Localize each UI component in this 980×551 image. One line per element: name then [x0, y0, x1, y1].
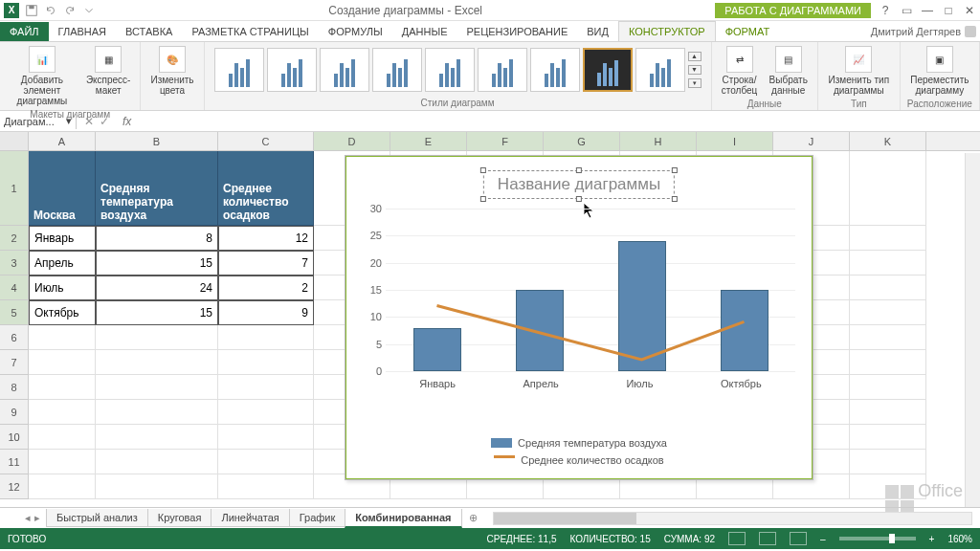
row-header[interactable]: 1	[0, 151, 29, 226]
chart-style-7[interactable]	[530, 48, 580, 92]
table-header[interactable]: Средняя температура воздуха	[96, 151, 218, 226]
col-header[interactable]: F	[467, 132, 544, 150]
row-header[interactable]: 3	[0, 251, 29, 276]
col-header[interactable]: I	[697, 132, 773, 150]
zoom-slider[interactable]	[839, 537, 916, 540]
legend-swatch-bar	[491, 438, 512, 448]
user-account[interactable]: Дмитрий Дегтярев	[863, 22, 980, 41]
status-bar: ГОТОВО СРЕДНЕЕ: 11,5 КОЛИЧЕСТВО: 15 СУММ…	[0, 528, 980, 549]
col-header[interactable]: C	[218, 132, 314, 150]
undo-icon[interactable]	[44, 4, 57, 17]
sheet-tab[interactable]: Комбинированная	[345, 509, 461, 528]
zoom-level[interactable]: 160%	[947, 534, 972, 544]
tab-insert[interactable]: ВСТАВКА	[116, 22, 182, 41]
name-box[interactable]: Диаграм...▾	[0, 113, 77, 129]
accept-formula-icon[interactable]: ✓	[100, 115, 109, 128]
sheet-nav-prev-icon[interactable]: ◂	[25, 512, 31, 524]
fx-icon[interactable]: fx	[117, 115, 137, 128]
title-bar: X Создание диаграммы - Excel РАБОТА С ДИ…	[0, 0, 980, 21]
help-icon[interactable]: ?	[879, 4, 892, 17]
view-page-break-icon[interactable]	[790, 532, 807, 545]
status-average: СРЕДНЕЕ: 11,5	[487, 534, 557, 544]
maximize-icon[interactable]: □	[942, 4, 955, 17]
sheet-tab[interactable]: Круговая	[147, 509, 212, 527]
change-chart-type-button[interactable]: 📈Изменить тип диаграммы	[824, 44, 894, 98]
svg-rect-1	[29, 5, 33, 9]
gallery-scroll[interactable]: ▲▼▾	[688, 48, 702, 92]
chart-title[interactable]: Название диаграммы	[483, 170, 675, 199]
chart-legend[interactable]: Средняя температура воздуха Среднее коли…	[345, 437, 813, 466]
col-header[interactable]: E	[390, 132, 467, 150]
row-header[interactable]: 4	[0, 276, 29, 300]
tab-formulas[interactable]: ФОРМУЛЫ	[319, 22, 392, 41]
formula-input[interactable]	[137, 120, 980, 123]
tab-file[interactable]: ФАЙЛ	[0, 22, 49, 41]
window-title: Создание диаграммы - Excel	[96, 4, 715, 17]
tab-page-layout[interactable]: РАЗМЕТКА СТРАНИЦЫ	[182, 22, 318, 41]
tab-review[interactable]: РЕЦЕНЗИРОВАНИЕ	[457, 22, 577, 41]
add-sheet-button[interactable]: ⊕	[461, 509, 485, 527]
select-data-button[interactable]: ▤Выбрать данные	[766, 44, 812, 98]
embedded-chart[interactable]: Название диаграммы 051015202530 ЯнварьАп…	[345, 155, 813, 480]
ribbon-options-icon[interactable]: ▭	[900, 4, 913, 17]
col-header[interactable]: B	[96, 132, 218, 150]
sheet-tab[interactable]: График	[289, 509, 346, 527]
chart-style-gallery: ▲▼▾	[211, 44, 705, 96]
office-watermark: Office	[885, 481, 963, 501]
save-icon[interactable]	[25, 4, 38, 17]
chart-style-1[interactable]	[214, 48, 264, 92]
view-normal-icon[interactable]	[728, 532, 746, 545]
view-page-layout-icon[interactable]	[759, 532, 776, 545]
horizontal-scrollbar[interactable]	[493, 512, 972, 525]
add-chart-element-button[interactable]: 📊Добавить элемент диаграммы	[6, 44, 78, 108]
table-header[interactable]: Москва	[29, 151, 96, 226]
group-location: Расположение	[906, 98, 973, 109]
sheet-nav-next-icon[interactable]: ▸	[34, 512, 40, 524]
chart-style-5[interactable]	[425, 48, 475, 92]
col-header[interactable]: A	[29, 132, 96, 150]
col-header[interactable]: J	[773, 132, 850, 150]
col-header[interactable]: G	[544, 132, 620, 150]
chart-style-2[interactable]	[267, 48, 317, 92]
chart-style-6[interactable]	[478, 48, 527, 92]
table-header[interactable]: Среднее количество осадков	[218, 151, 314, 226]
select-all-corner[interactable]	[0, 132, 29, 150]
row-header[interactable]: 5	[0, 300, 29, 325]
sheet-tab[interactable]: Линейчатая	[211, 509, 289, 527]
tab-data[interactable]: ДАННЫЕ	[392, 22, 457, 41]
minimize-icon[interactable]: —	[921, 4, 934, 17]
cancel-formula-icon[interactable]: ✕	[84, 115, 94, 128]
worksheet-grid[interactable]: A B C D E F G H I J K 1 Москва Средняя т…	[0, 132, 980, 507]
col-header[interactable]: D	[314, 132, 390, 150]
sheet-tab-bar: ◂▸ Быстрый анализ Круговая Линейчатая Гр…	[0, 507, 980, 528]
sheet-tab[interactable]: Быстрый анализ	[46, 509, 148, 527]
switch-row-column-button[interactable]: ⇄Строка/столбец	[718, 44, 762, 98]
chart-style-8[interactable]	[583, 48, 633, 92]
formula-bar: Диаграм...▾ ✕ ✓ fx	[0, 111, 980, 132]
quick-access-toolbar	[25, 4, 96, 17]
chart-plot-area[interactable]: 051015202530	[386, 209, 795, 371]
qat-more-icon[interactable]	[82, 4, 96, 17]
legend-swatch-line	[494, 455, 515, 465]
chart-style-4[interactable]	[372, 48, 422, 92]
tab-format[interactable]: ФОРМАТ	[716, 22, 780, 41]
x-axis-labels: ЯнварьАпрельИюльОктябрь	[386, 378, 795, 389]
move-chart-button[interactable]: ▣Переместить диаграмму	[906, 44, 973, 98]
col-header[interactable]: H	[620, 132, 697, 150]
change-colors-button[interactable]: 🎨Изменить цвета	[146, 44, 197, 98]
tab-view[interactable]: ВИД	[577, 22, 618, 41]
tab-design[interactable]: КОНСТРУКТОР	[618, 21, 716, 41]
zoom-out-icon[interactable]: –	[820, 534, 826, 544]
line-series[interactable]	[386, 209, 795, 370]
status-sum: СУММА: 92	[664, 534, 715, 544]
quick-layout-button[interactable]: ▦Экспресс-макет	[82, 44, 135, 98]
vertical-scrollbar[interactable]	[965, 153, 980, 507]
row-header[interactable]: 2	[0, 226, 29, 251]
close-icon[interactable]: ✕	[963, 4, 976, 17]
zoom-in-icon[interactable]: +	[929, 534, 935, 544]
col-header[interactable]: K	[850, 132, 926, 150]
chart-style-3[interactable]	[320, 48, 369, 92]
redo-icon[interactable]	[63, 4, 77, 17]
tab-home[interactable]: ГЛАВНАЯ	[49, 22, 116, 41]
chart-style-9[interactable]	[635, 48, 685, 92]
